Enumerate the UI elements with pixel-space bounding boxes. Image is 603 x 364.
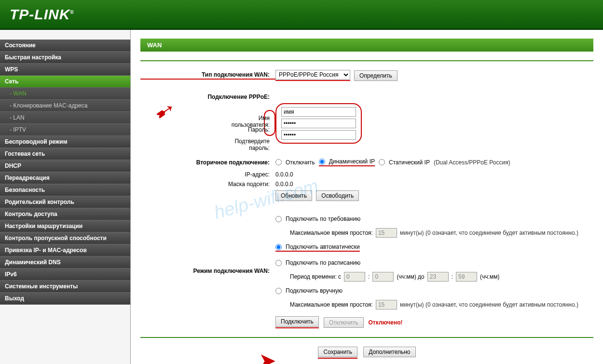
sidebar-item-ddns[interactable]: Динамический DNS xyxy=(0,256,130,269)
sched-from-min[interactable] xyxy=(372,272,394,282)
sidebar-item-network[interactable]: Сеть xyxy=(0,76,130,88)
release-button[interactable]: Освободить xyxy=(316,190,359,201)
sidebar-item-routing[interactable]: Настройки маршрутизации xyxy=(0,220,130,232)
secondary-hint: (Dual Access/PPPoE Россия) xyxy=(434,159,510,166)
wan-type-label: Тип подключения WAN: xyxy=(140,71,275,80)
separator xyxy=(140,60,593,61)
renew-button[interactable]: Обновить xyxy=(275,190,312,201)
brand-logo: TP-LINK® xyxy=(10,6,74,23)
radio-secondary-off[interactable] xyxy=(275,159,282,165)
radio-mode-manual[interactable] xyxy=(275,288,282,294)
idle2-label: Максимальное время простоя: xyxy=(290,301,373,308)
sidebar-item-forwarding[interactable]: Переадресация xyxy=(0,172,130,184)
password-confirm-input[interactable] xyxy=(281,130,356,140)
radio-mode-demand[interactable] xyxy=(275,216,282,222)
sched-from-hour[interactable] xyxy=(344,272,365,282)
idle-hint: минут(ы) (0 означает, что соединение буд… xyxy=(400,229,578,236)
connect-button[interactable]: Подключить xyxy=(275,316,319,327)
sched-to-hour[interactable] xyxy=(427,272,449,282)
sidebar-item-logout[interactable]: Выход xyxy=(0,293,130,305)
disconnect-button[interactable]: Отключить xyxy=(324,317,364,328)
idle2-input[interactable] xyxy=(376,300,397,310)
separator xyxy=(140,337,593,338)
conn-mode-label: Режим подключения WAN: xyxy=(140,268,275,274)
radio-secondary-dynamic[interactable] xyxy=(319,159,325,165)
page-title: WAN xyxy=(140,39,593,52)
idle2-hint: минут(ы) (0 означает, что соединение буд… xyxy=(400,301,578,308)
secondary-conn-label: Вторичное подключение: xyxy=(140,159,275,166)
detect-button[interactable]: Определить xyxy=(354,70,397,81)
wan-type-select[interactable]: PPPoE/PPPoE Россия xyxy=(275,70,350,80)
sidebar-item-wireless[interactable]: Беспроводной режим xyxy=(0,136,130,148)
sidebar-item-bandwidth[interactable]: Контроль пропускной способности xyxy=(0,232,130,244)
sidebar-item-quicksetup[interactable]: Быстрая настройка xyxy=(0,52,130,64)
sidebar-item-security[interactable]: Безопасность xyxy=(0,184,130,196)
mask-label: Маска подсети: xyxy=(140,181,275,188)
sched-to-min[interactable] xyxy=(456,272,477,282)
sidebar-item-wps[interactable]: WPS xyxy=(0,64,130,76)
sidebar-item-access[interactable]: Контроль доступа xyxy=(0,208,130,220)
username-label: Имя пользователя: Пароль: Подтвердите па… xyxy=(140,110,275,137)
advanced-button[interactable]: Дополнительно xyxy=(363,347,415,357)
sidebar-subitem-iptv[interactable]: - IPTV xyxy=(0,124,130,136)
username-input[interactable] xyxy=(281,107,356,117)
password-input[interactable] xyxy=(281,119,356,128)
mask-value: 0.0.0.0 xyxy=(275,181,293,188)
radio-secondary-static[interactable] xyxy=(379,159,385,165)
idle-label: Максимальное время простоя: xyxy=(290,229,373,236)
save-button[interactable]: Сохранить xyxy=(318,347,357,357)
header-bar: TP-LINK® xyxy=(0,0,603,30)
sidebar-item-ipv6[interactable]: IPv6 xyxy=(0,269,130,281)
ip-label: IP-адрес: xyxy=(140,171,275,178)
sched-label: Период времени: с xyxy=(290,273,341,280)
content-area: ➸ ➤ help-wifi.com WAN Тип подключения WA… xyxy=(130,30,603,364)
sidebar-subitem-lan[interactable]: - LAN xyxy=(0,112,130,124)
ip-value: 0.0.0.0 xyxy=(275,171,293,178)
sidebar-item-dhcp[interactable]: DHCP xyxy=(0,160,130,172)
pppoe-header: Подключение PPPoE: xyxy=(140,94,275,100)
sidebar-item-system[interactable]: Системные инструменты xyxy=(0,281,130,293)
sidebar-subitem-mac-clone[interactable]: - Клонирование MAC-адреса xyxy=(0,100,130,112)
sidebar-item-status[interactable]: Состояние xyxy=(0,40,130,52)
radio-mode-scheduled[interactable] xyxy=(275,260,282,266)
sidebar-item-guest[interactable]: Гостевая сеть xyxy=(0,148,130,160)
radio-mode-auto[interactable] xyxy=(275,244,282,250)
sidebar-subitem-wan[interactable]: - WAN xyxy=(0,88,130,100)
sidebar: Состояние Быстрая настройка WPS Сеть - W… xyxy=(0,30,130,364)
sidebar-item-ipmac[interactable]: Привязка IP- и MAC-адресов xyxy=(0,244,130,256)
sidebar-item-parental[interactable]: Родительский контроль xyxy=(0,196,130,208)
connection-status: Отключено! xyxy=(369,319,403,326)
idle-input[interactable] xyxy=(376,228,397,238)
